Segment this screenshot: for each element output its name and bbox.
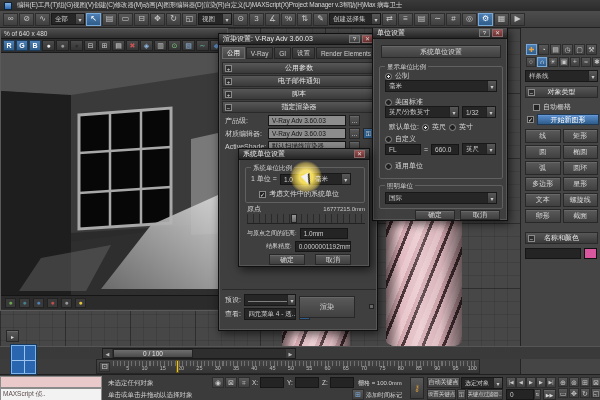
key-filters-button[interactable]: 关键点过滤器... (467, 389, 503, 400)
geometry-category-icon[interactable]: ○ (526, 57, 536, 67)
shape-button[interactable]: 多边形 (525, 177, 561, 191)
custom-value-field[interactable]: 660.0 (431, 144, 459, 155)
color-curve-icon[interactable]: ∼ (196, 40, 209, 51)
y-coordinate-field[interactable] (295, 377, 319, 388)
orbit-icon[interactable]: ↻ (580, 388, 590, 398)
select-object-icon[interactable]: ↖ (86, 13, 101, 26)
origin-slider[interactable] (247, 214, 365, 224)
key-step-toggle[interactable]: ▶▶ (543, 389, 556, 400)
application-menu-icon[interactable] (4, 2, 12, 10)
shape-button[interactable]: 卵形 (525, 209, 561, 223)
auto-key-button[interactable]: 自动关键点 (427, 377, 460, 388)
hierarchy-tab-icon[interactable]: ▤ (550, 44, 561, 55)
set-key-button[interactable]: 设置关键点 (427, 389, 456, 400)
bind-to-space-warp-icon[interactable]: ∿ (35, 13, 50, 26)
reference-coordinate-dropdown[interactable]: 视图 (198, 13, 232, 25)
named-selection-sets-dropdown[interactable]: 创建选择集 (329, 13, 381, 25)
rendered-frame-window-icon[interactable]: ▦ (494, 13, 509, 26)
vfb-mono-icon[interactable]: ● (61, 298, 72, 308)
feet-radio[interactable] (422, 124, 429, 131)
name-and-color-rollout[interactable]: −名称和颜色 (525, 232, 598, 244)
maximize-viewport-icon[interactable]: ◱ (591, 388, 600, 398)
shape-button[interactable]: 矩形 (563, 129, 599, 143)
color-clamp-icon[interactable]: ● (70, 40, 83, 51)
accuracy-field[interactable]: 0.0000001192mm (295, 241, 351, 252)
menu-item[interactable]: MAXScript(X) (252, 1, 289, 8)
absolute-offset-mode-icon[interactable]: ⌗ (238, 377, 250, 388)
render-setup-icon[interactable]: ⚙ (478, 13, 493, 26)
zoom-region-icon[interactable]: ▭ (558, 388, 568, 398)
start-new-shape-checkbox[interactable]: ✓ (527, 116, 534, 123)
ok-button[interactable]: 确定 (415, 210, 455, 220)
layers-icon[interactable]: ▥ (154, 40, 167, 51)
render-setup-tab[interactable]: 设置 (292, 47, 315, 59)
rectangular-selection-region-icon[interactable]: ▭ (118, 13, 133, 26)
zoom-extents-icon[interactable]: ⊞ (580, 377, 590, 387)
percent-snap-icon[interactable]: % (281, 13, 296, 26)
ok-button[interactable]: 确定 (269, 254, 305, 265)
systems-category-icon[interactable]: ✱ (592, 57, 600, 67)
generic-units-radio[interactable] (385, 163, 392, 170)
custom-name-field[interactable]: FL (385, 144, 421, 155)
pink-twisted-column-right[interactable] (386, 204, 462, 348)
system-unit-setup-button[interactable]: 系统单位设置 (381, 45, 501, 58)
utilities-tab-icon[interactable]: ⚒ (586, 44, 597, 55)
rollout-header[interactable]: +脚本 (222, 88, 376, 100)
vfb-exposure-icon[interactable]: ● (75, 298, 86, 308)
window-crossing-icon[interactable]: ⊟ (134, 13, 149, 26)
clone-rendered-frame-icon[interactable]: ⊞ (98, 40, 111, 51)
menu-item[interactable]: 自定义(U) (224, 1, 251, 8)
close-button[interactable] (354, 150, 365, 158)
select-and-move-icon[interactable]: ✥ (150, 13, 165, 26)
help-button[interactable] (349, 35, 360, 43)
menu-item[interactable]: 视图(V) (73, 1, 94, 8)
origin-slider-handle[interactable] (291, 214, 297, 223)
spinner-snap-icon[interactable]: ⇅ (297, 13, 312, 26)
select-by-name-icon[interactable]: ▤ (102, 13, 117, 26)
red-channel-icon[interactable]: R (3, 40, 15, 51)
lights-category-icon[interactable]: ☀ (548, 57, 558, 67)
helpers-category-icon[interactable]: + (570, 57, 580, 67)
isolate-selection-icon[interactable]: ◉ (212, 377, 224, 388)
track-bar[interactable]: ⊡ 51015202530354045505560657075808590951… (96, 359, 480, 374)
render-setup-tab[interactable]: V-Ray (246, 47, 274, 59)
shape-button[interactable]: 星形 (563, 177, 599, 191)
product-renderer-field[interactable]: V-Ray Adv 3.60.03 (268, 115, 346, 126)
respect-system-units-checkbox[interactable]: ✓ (259, 191, 266, 198)
menu-item[interactable]: Project Manager v.3 (289, 1, 343, 8)
x-coordinate-field[interactable] (260, 377, 284, 388)
metric-unit-dropdown[interactable]: 毫米 (385, 80, 497, 92)
background-toggle-icon[interactable]: ▧ (182, 40, 195, 51)
object-type-rollout[interactable]: −对象类型 (525, 86, 598, 98)
time-slider-handle[interactable]: 0 / 100 (113, 349, 193, 358)
rendered-frame-title-bar[interactable]: % of 640 x 480 (1, 29, 227, 39)
material-editor-field[interactable]: V-Ray Adv 3.60.03 (268, 128, 346, 139)
material-editor-icon[interactable]: ◎ (462, 13, 477, 26)
next-frame-button[interactable]: ▶ (536, 377, 546, 388)
flyout-anchor-icon[interactable] (369, 304, 374, 309)
mirror-icon[interactable]: ⇄ (382, 13, 397, 26)
menu-item[interactable]: 渲染(R) (203, 1, 224, 8)
zoom-extents-all-icon[interactable]: ⊠ (591, 377, 600, 387)
space-warps-category-icon[interactable]: ≈ (581, 57, 591, 67)
vfb-stop-icon[interactable]: ● (47, 298, 58, 308)
edit-named-selection-sets-icon[interactable]: ✎ (313, 13, 328, 26)
menu-item[interactable]: 修改器(M) (115, 1, 143, 8)
render-button[interactable]: 渲染 (299, 296, 355, 318)
render-setup-tab[interactable]: Render Elements (316, 47, 376, 59)
menu-item[interactable]: Max 病毒卫士 (364, 1, 403, 8)
us-unit-dropdown[interactable]: 英尺/分数英寸 (385, 106, 459, 118)
render-setup-tab[interactable]: 公用 (222, 47, 245, 59)
zoom-icon[interactable]: ⊕ (558, 377, 568, 387)
current-frame-field[interactable]: 0 (506, 389, 534, 400)
view-dropdown[interactable]: 四元菜单 4 - 透... (244, 308, 296, 320)
menu-item[interactable]: 动画(A) (143, 1, 164, 8)
shape-button[interactable]: 截面 (563, 209, 599, 223)
set-keys-big-button[interactable]: ⚷ (410, 377, 424, 399)
render-production-icon[interactable]: ▶ (510, 13, 525, 26)
cancel-button[interactable]: 取消 (315, 254, 351, 265)
autogrid-checkbox[interactable] (533, 104, 540, 111)
render-setup-tab[interactable]: GI (274, 47, 291, 59)
browse-renderer-button[interactable]: ... (349, 115, 360, 126)
shapes-category-icon[interactable]: ∩ (537, 57, 547, 67)
